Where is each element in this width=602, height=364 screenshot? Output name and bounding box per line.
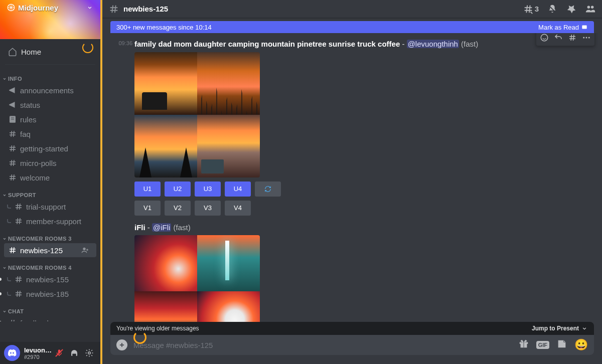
deafen-button[interactable] bbox=[67, 346, 81, 360]
chevron-down-icon bbox=[86, 4, 93, 11]
thread-indicator-icon bbox=[7, 219, 11, 223]
channel-trial-support[interactable]: trial-support bbox=[4, 200, 96, 214]
image-quadrant-1 bbox=[134, 235, 197, 291]
image-quadrant-4 bbox=[197, 291, 260, 322]
megaphone-icon bbox=[8, 100, 17, 109]
user-mention[interactable]: @levuongthinh bbox=[407, 40, 459, 48]
new-messages-bar[interactable]: 300+ new messages since 10:14 Mark as Re… bbox=[110, 21, 594, 33]
message-mode: (fast) bbox=[174, 223, 191, 232]
divider bbox=[5, 64, 95, 65]
thread-indicator-icon bbox=[7, 292, 11, 296]
svg-point-6 bbox=[591, 6, 594, 8]
home-icon bbox=[8, 47, 17, 56]
variation-4-button[interactable]: V4 bbox=[225, 201, 251, 216]
threads-icon bbox=[523, 4, 534, 15]
older-messages-bar[interactable]: You're viewing older messages Jump to Pr… bbox=[110, 322, 594, 335]
image-quadrant-4 bbox=[197, 115, 260, 177]
gif-button[interactable]: GIF bbox=[536, 341, 549, 349]
channel-title: newbies-125 bbox=[123, 5, 168, 13]
notifications-button[interactable] bbox=[547, 4, 558, 15]
pin-icon bbox=[566, 4, 577, 15]
channel-list[interactable]: Home INFO announcements status rules faq… bbox=[0, 39, 100, 342]
message-list[interactable]: 09:36 family dad mom daughter camping mo… bbox=[102, 33, 602, 322]
add-people-icon[interactable] bbox=[81, 246, 89, 254]
user-info[interactable]: levuongthi... #2970 bbox=[24, 346, 52, 360]
chevron-down-icon bbox=[2, 193, 7, 198]
mark-read-icon bbox=[581, 24, 588, 31]
channel-getting-started[interactable]: getting-started bbox=[4, 141, 96, 155]
gear-icon bbox=[85, 348, 94, 357]
unread-dot-icon bbox=[0, 321, 2, 321]
channel-member-support[interactable]: member-support bbox=[4, 214, 96, 228]
hash-icon bbox=[8, 173, 17, 182]
user-mention[interactable]: @iFli bbox=[152, 223, 171, 232]
thread-indicator-icon bbox=[7, 205, 11, 209]
gift-button[interactable] bbox=[518, 338, 529, 351]
hash-icon bbox=[8, 144, 17, 153]
channel-announcements[interactable]: announcements bbox=[4, 83, 96, 97]
message: iFli - @iFli (fast) bbox=[110, 221, 594, 322]
chevron-down-icon bbox=[2, 309, 7, 314]
pinned-button[interactable] bbox=[566, 4, 577, 15]
mute-mic-button[interactable] bbox=[52, 346, 66, 360]
upscale-3-button[interactable]: U3 bbox=[195, 181, 221, 197]
jump-to-present-button[interactable]: Jump to Present bbox=[532, 325, 588, 332]
upscale-2-button[interactable]: U2 bbox=[165, 181, 191, 197]
channel-micro-polls[interactable]: micro-polls bbox=[4, 156, 96, 170]
category-newcomer-4[interactable]: NEWCOMER ROOMS 4 bbox=[0, 258, 100, 272]
attach-button[interactable] bbox=[116, 339, 127, 350]
image-quadrant-3 bbox=[134, 291, 197, 322]
members-button[interactable] bbox=[585, 4, 596, 15]
channel-faq[interactable]: faq bbox=[4, 127, 96, 141]
emoji-button[interactable]: 😀 bbox=[574, 338, 588, 351]
category-chat[interactable]: CHAT bbox=[0, 301, 100, 315]
channel-newbies-125[interactable]: newbies-125 bbox=[4, 243, 96, 257]
user-avatar[interactable] bbox=[4, 345, 20, 361]
svg-rect-3 bbox=[58, 349, 61, 353]
channel-status[interactable]: status bbox=[4, 98, 96, 112]
variation-3-button[interactable]: V3 bbox=[195, 201, 221, 216]
sticker-button[interactable] bbox=[556, 338, 567, 351]
upscale-4-button[interactable]: U4 bbox=[225, 181, 251, 197]
main-content: newbies-125 3 300+ new messages since 10… bbox=[100, 0, 602, 364]
mic-icon bbox=[55, 348, 64, 357]
settings-button[interactable] bbox=[82, 346, 96, 360]
message-input[interactable] bbox=[133, 341, 518, 349]
server-name: Midjourney bbox=[18, 4, 58, 12]
threads-button[interactable]: 3 bbox=[523, 4, 539, 15]
image-quadrant-3 bbox=[134, 115, 197, 177]
loading-indicator-icon bbox=[82, 42, 93, 53]
channel-newbies-185[interactable]: newbies-185 bbox=[4, 287, 96, 301]
hash-icon bbox=[8, 158, 17, 167]
category-support[interactable]: SUPPORT bbox=[0, 185, 100, 199]
variation-2-button[interactable]: V2 bbox=[165, 201, 191, 216]
reroll-button[interactable] bbox=[255, 181, 281, 197]
message-timestamp: 09:36 bbox=[110, 40, 132, 46]
message-prompt: family dad mom daughter camping mountain… bbox=[134, 40, 400, 48]
channel-feedback[interactable]: feedback bbox=[4, 316, 96, 321]
channel-newbies-155[interactable]: newbies-155 bbox=[4, 272, 96, 286]
mark-as-read-button[interactable]: Mark as Read bbox=[538, 24, 588, 31]
hash-icon bbox=[8, 318, 17, 321]
channel-welcome[interactable]: welcome bbox=[4, 170, 96, 185]
variation-1-button[interactable]: V1 bbox=[134, 201, 161, 216]
server-dropdown[interactable]: Midjourney bbox=[0, 0, 100, 15]
generated-image-grid[interactable] bbox=[134, 235, 260, 322]
hash-icon bbox=[14, 202, 23, 211]
refresh-icon bbox=[264, 185, 272, 193]
category-newcomer-3[interactable]: NEWCOMER ROOMS 3 bbox=[0, 229, 100, 243]
channel-rules[interactable]: rules bbox=[4, 112, 96, 126]
plus-icon bbox=[118, 341, 125, 348]
image-quadrant-2 bbox=[197, 52, 260, 115]
category-info[interactable]: INFO bbox=[0, 69, 100, 83]
bell-muted-icon bbox=[547, 4, 558, 15]
chevron-down-icon bbox=[581, 325, 588, 332]
svg-point-5 bbox=[587, 6, 590, 8]
generated-image-grid[interactable] bbox=[134, 52, 260, 177]
discord-logo-icon bbox=[7, 348, 17, 358]
unread-dot-icon bbox=[0, 292, 2, 295]
hash-icon bbox=[108, 4, 119, 15]
upscale-1-button[interactable]: U1 bbox=[134, 181, 161, 197]
hash-icon bbox=[14, 217, 23, 226]
image-quadrant-2 bbox=[197, 235, 260, 291]
